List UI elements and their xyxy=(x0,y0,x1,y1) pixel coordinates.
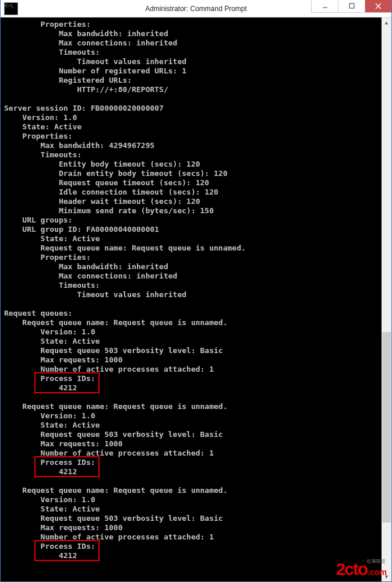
maximize-button[interactable] xyxy=(338,0,365,13)
scroll-up-button[interactable]: ▲ xyxy=(382,17,391,27)
scroll-thumb[interactable] xyxy=(382,332,391,523)
titlebar[interactable]: Administrator: Command Prompt xyxy=(1,0,391,17)
scroll-track[interactable] xyxy=(382,27,391,572)
window-controls xyxy=(311,0,391,13)
command-prompt-window: Administrator: Command Prompt Properties… xyxy=(0,0,392,582)
minimize-button[interactable] xyxy=(311,0,338,13)
console-area: Properties: Max bandwidth: inherited Max… xyxy=(1,17,391,581)
console-output[interactable]: Properties: Max bandwidth: inherited Max… xyxy=(1,17,391,564)
cmd-icon xyxy=(4,2,18,15)
scroll-down-button[interactable]: ▼ xyxy=(382,572,391,581)
vertical-scrollbar[interactable]: ▲ ▼ xyxy=(382,17,391,581)
close-button[interactable] xyxy=(365,0,391,13)
svg-rect-1 xyxy=(349,3,354,8)
